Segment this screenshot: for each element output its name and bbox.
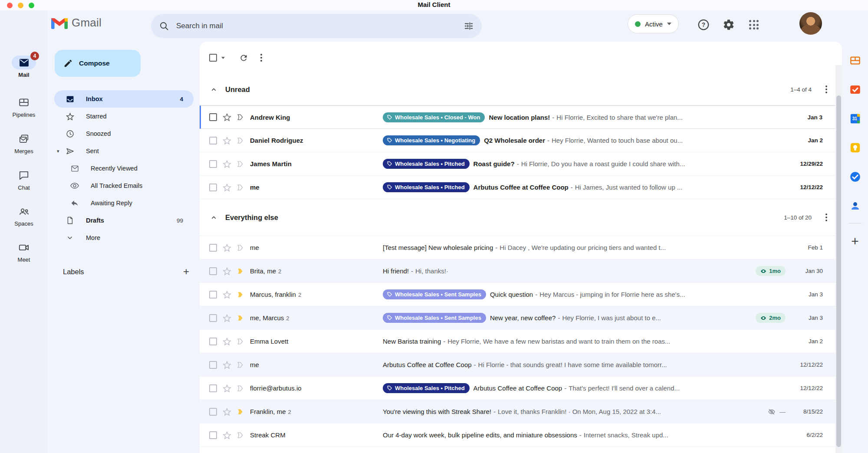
star-icon[interactable]: [222, 407, 232, 417]
email-row[interactable]: Daniel Rodriguez Wholesale Sales • Negot…: [200, 129, 842, 152]
row-checkbox[interactable]: [209, 431, 217, 439]
email-row[interactable]: James Martin Wholesale Sales • Pitched R…: [200, 152, 842, 176]
search-input[interactable]: Search in mail: [176, 22, 464, 30]
compose-button[interactable]: Compose: [55, 50, 141, 77]
section-menu-icon[interactable]: [824, 212, 829, 223]
importance-marker-icon[interactable]: [236, 361, 245, 369]
collapse-section-icon[interactable]: [210, 214, 217, 221]
pipeline-label-pill[interactable]: Wholesale Sales • Pitched: [383, 383, 470, 393]
sidebar-item-starred[interactable]: Starred: [54, 108, 194, 125]
row-checkbox[interactable]: [209, 267, 217, 275]
row-checkbox[interactable]: [209, 244, 217, 252]
row-checkbox[interactable]: [209, 160, 217, 168]
status-dropdown[interactable]: Active: [628, 14, 679, 33]
row-checkbox[interactable]: [209, 137, 217, 144]
email-row[interactable]: Marcus, franklin2 Wholesale Sales • Sent…: [200, 283, 842, 306]
star-icon[interactable]: [222, 266, 232, 276]
row-checkbox[interactable]: [209, 338, 217, 345]
sidebar-item-drafts[interactable]: Drafts 99: [54, 212, 194, 229]
email-row[interactable]: me [Test message] New wholesale pricing …: [200, 236, 842, 259]
email-row[interactable]: Andrew King Wholesale Sales • Closed - W…: [200, 105, 842, 129]
streak-tracked-mail-icon[interactable]: [849, 84, 861, 95]
importance-marker-icon[interactable]: [236, 267, 245, 276]
importance-marker-icon[interactable]: [236, 337, 245, 346]
search-bar[interactable]: Search in mail: [151, 14, 482, 38]
select-all-checkbox[interactable]: [209, 54, 217, 62]
importance-marker-icon[interactable]: [236, 384, 245, 393]
search-icon[interactable]: [159, 21, 169, 31]
google-calendar-icon[interactable]: 31: [849, 113, 861, 125]
create-label-button[interactable]: +: [183, 266, 189, 277]
sidebar-item-recently-viewed[interactable]: Recently Viewed: [54, 160, 194, 177]
sidebar-item-inbox[interactable]: Inbox 4: [54, 90, 194, 108]
importance-marker-icon[interactable]: [236, 431, 245, 440]
email-row[interactable]: florrie@arbutus.io Wholesale Sales • Pit…: [200, 377, 842, 400]
google-keep-icon[interactable]: [849, 142, 861, 154]
row-checkbox[interactable]: [209, 314, 217, 322]
sidebar-item-more[interactable]: More: [54, 229, 194, 246]
row-checkbox[interactable]: [209, 291, 217, 299]
row-checkbox[interactable]: [209, 113, 217, 121]
rail-item-spaces[interactable]: Spaces: [0, 204, 48, 227]
row-checkbox[interactable]: [209, 361, 217, 369]
scrollbar-track[interactable]: [835, 65, 842, 453]
rail-item-meet[interactable]: Meet: [0, 240, 48, 263]
pipeline-label-pill[interactable]: Wholesale Sales • Sent Samples: [383, 289, 486, 299]
view-tracking-badge[interactable]: 2mo: [756, 313, 786, 323]
email-row[interactable]: Franklin, me2 You're viewing this with S…: [200, 400, 842, 423]
importance-marker-icon[interactable]: [236, 290, 245, 299]
star-icon[interactable]: [222, 337, 232, 346]
row-checkbox[interactable]: [209, 384, 217, 392]
email-row[interactable]: Emma Lovett New Barista training - Hey F…: [200, 330, 842, 353]
view-tracking-badge[interactable]: 1mo: [756, 266, 786, 276]
help-button[interactable]: ?: [696, 17, 711, 32]
close-window-button[interactable]: [7, 3, 13, 8]
rail-item-pipelines[interactable]: Pipelines: [0, 95, 48, 118]
more-options-icon[interactable]: [259, 52, 264, 63]
star-icon[interactable]: [222, 112, 232, 122]
star-icon[interactable]: [222, 313, 232, 323]
scrollbar-thumb[interactable]: [836, 95, 841, 447]
sidebar-item-snoozed[interactable]: Snoozed: [54, 125, 194, 142]
star-icon[interactable]: [222, 360, 232, 370]
row-checkbox[interactable]: [209, 184, 217, 191]
email-row[interactable]: Brita, me2 Hi friend! - Hi, thanks!· 1mo…: [200, 259, 842, 283]
gmail-logo[interactable]: Gmail: [51, 16, 102, 30]
pipeline-label-pill[interactable]: Wholesale Sales • Sent Samples: [383, 313, 486, 323]
importance-marker-icon[interactable]: [236, 183, 245, 192]
zoom-window-button[interactable]: [29, 3, 34, 8]
google-contacts-icon[interactable]: [849, 200, 861, 212]
email-row[interactable]: me Arbutus Coffee at Coffee Coop - Hi Fl…: [200, 353, 842, 377]
collapse-section-icon[interactable]: [210, 86, 217, 93]
refresh-icon[interactable]: [236, 50, 251, 65]
importance-marker-icon[interactable]: [236, 407, 245, 416]
importance-marker-icon[interactable]: [236, 243, 245, 252]
rail-item-mail[interactable]: 4 Mail: [0, 56, 48, 78]
star-icon[interactable]: [222, 290, 232, 299]
star-icon[interactable]: [222, 159, 232, 169]
settings-gear-icon[interactable]: [721, 17, 736, 32]
importance-marker-icon[interactable]: [236, 113, 245, 121]
pipeline-label-pill[interactable]: Wholesale Sales • Pitched: [383, 159, 470, 169]
star-icon[interactable]: [222, 430, 232, 440]
email-row[interactable]: Streak CRM Our 4-day work week, bulk pip…: [200, 423, 842, 447]
section-menu-icon[interactable]: [824, 84, 829, 95]
select-dropdown-icon[interactable]: [221, 57, 225, 59]
google-apps-icon[interactable]: [746, 17, 761, 32]
pipeline-label-pill[interactable]: Wholesale Sales • Pitched: [383, 182, 470, 192]
pipeline-label-pill[interactable]: Wholesale Sales • Closed - Won: [383, 112, 485, 122]
google-tasks-icon[interactable]: [849, 171, 861, 183]
star-icon[interactable]: [222, 384, 232, 393]
pipeline-label-pill[interactable]: Wholesale Sales • Negotiating: [383, 135, 480, 145]
add-side-panel-app-button[interactable]: +: [851, 235, 859, 248]
star-icon[interactable]: [222, 183, 232, 192]
importance-marker-icon[interactable]: [236, 136, 245, 145]
email-row[interactable]: me, Marcus2 Wholesale Sales • Sent Sampl…: [200, 306, 842, 330]
rail-item-merges[interactable]: Merges: [0, 132, 48, 154]
star-icon[interactable]: [222, 243, 232, 253]
collapse-triangle-icon[interactable]: ▾: [57, 148, 59, 154]
rail-item-chat[interactable]: Chat: [0, 168, 48, 191]
star-icon[interactable]: [222, 136, 232, 145]
search-options-icon[interactable]: [464, 21, 474, 31]
sidebar-item-awaiting-reply[interactable]: Awaiting Reply: [54, 194, 194, 212]
